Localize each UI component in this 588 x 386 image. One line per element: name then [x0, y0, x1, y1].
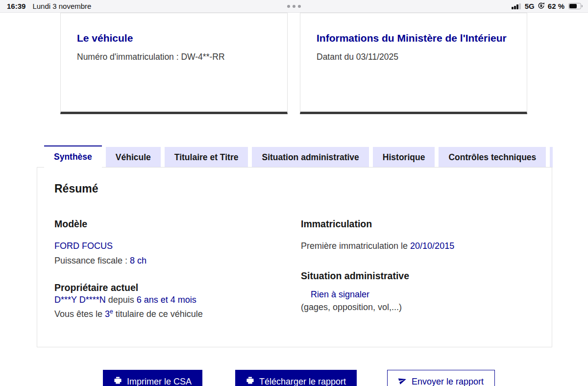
download-report-button[interactable]: Télécharger le rapport — [235, 370, 357, 386]
first-registration-line: Première immatriculation le 20/10/2015 — [301, 241, 454, 251]
orientation-lock-icon — [538, 2, 545, 11]
holder-suffix: titulaire de ce véhicule — [113, 309, 203, 319]
network-type: 5G — [525, 2, 535, 10]
situation-detail: (gages, opposition, vol,...) — [301, 302, 402, 313]
screen: 16:39 Lundi 3 novembre 5G 62 % Le véhicu… — [0, 0, 588, 386]
fiscal-power-line: Puissance fiscale : 8 ch — [54, 256, 147, 266]
tab-vehicule[interactable]: Véhicule — [106, 147, 161, 168]
holder-rank: 3 — [105, 309, 110, 319]
model-name: FORD FOCUS — [54, 241, 113, 251]
owner-line: D***Y D****N depuis 6 ans et 4 mois — [54, 295, 196, 305]
status-time: 16:39 — [7, 2, 25, 10]
tab-controles-techniques[interactable]: Contrôles techniques — [439, 147, 546, 168]
synthese-panel: Résumé Modèle FORD FOCUS Puissance fisca… — [37, 167, 552, 347]
holder-rank-sup: e — [110, 308, 113, 315]
situation-status: Rien à signaler — [311, 290, 369, 300]
model-heading: Modèle — [54, 218, 87, 230]
first-registration-label: Première immatriculation le — [301, 241, 410, 251]
owner-since-value: 6 ans et 4 mois — [137, 295, 196, 305]
first-registration-date: 20/10/2015 — [410, 241, 454, 251]
printer-icon — [246, 376, 254, 386]
holder-prefix: Vous êtes le — [54, 309, 105, 319]
vehicle-card-title: Le véhicule — [77, 31, 271, 46]
vehicle-card-registration: Numéro d'immatriculation : DW-4**-RR — [77, 52, 271, 62]
vehicle-card: Le véhicule Numéro d'immatriculation : D… — [60, 13, 288, 114]
send-report-label: Envoyer le rapport — [412, 377, 484, 386]
ministry-card: Informations du Ministère de l'Intérieur… — [300, 13, 527, 114]
tab-situation-administrative[interactable]: Situation administrative — [252, 147, 368, 168]
fiscal-power-label: Puissance fiscale : — [54, 256, 130, 265]
multitasking-indicator-icon — [287, 5, 301, 8]
registration-heading: Immatriculation — [301, 218, 372, 230]
tab-synthese[interactable]: Synthèse — [44, 145, 102, 168]
tab-historique[interactable]: Historique — [373, 147, 435, 168]
tab-strip: Synthèse Véhicule Titulaire et Titre Sit… — [44, 145, 553, 168]
battery-icon — [568, 3, 581, 9]
printer-icon — [114, 376, 122, 386]
summary-heading: Résumé — [54, 182, 98, 195]
print-csa-label: Imprimer le CSA — [127, 377, 192, 386]
download-report-label: Télécharger le rapport — [259, 377, 346, 386]
print-csa-button[interactable]: Imprimer le CSA — [103, 370, 202, 386]
tab-titulaire-et-titre[interactable]: Titulaire et Titre — [165, 147, 248, 168]
status-date: Lundi 3 novembre — [32, 2, 91, 10]
tab-kilometrage[interactable]: Kilométrage — [550, 147, 553, 168]
send-report-button[interactable]: Envoyer le rapport — [387, 370, 495, 386]
holder-rank-line: Vous êtes le 3e titulaire de ce véhicule — [54, 308, 203, 319]
ministry-card-date: Datant du 03/11/2025 — [317, 52, 511, 62]
owner-name: D***Y D****N — [54, 295, 106, 305]
owner-since-label: depuis — [106, 295, 137, 305]
cellular-signal-icon — [512, 3, 521, 9]
fiscal-power-value: 8 ch — [130, 256, 147, 265]
battery-percent: 62 % — [548, 2, 564, 10]
status-bar: 16:39 Lundi 3 novembre 5G 62 % — [0, 0, 588, 13]
send-icon — [398, 376, 407, 386]
situation-heading: Situation administrative — [301, 270, 409, 282]
owner-heading: Propriétaire actuel — [54, 282, 138, 293]
ministry-card-title: Informations du Ministère de l'Intérieur — [317, 31, 511, 46]
